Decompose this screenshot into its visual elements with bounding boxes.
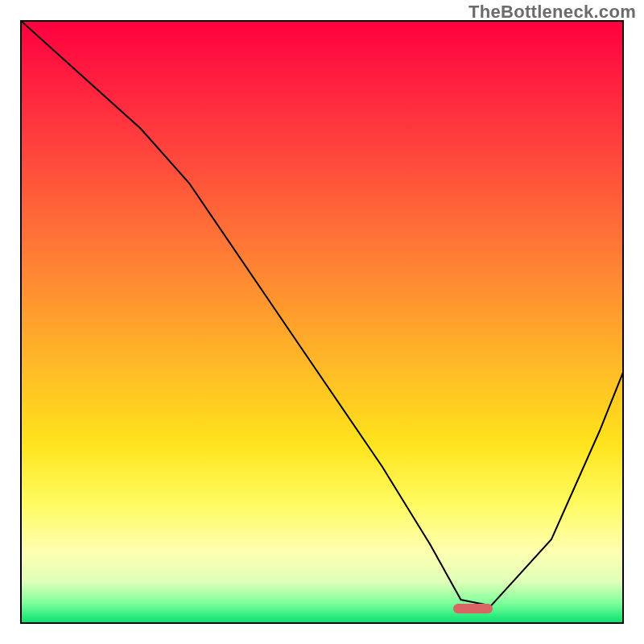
plot-area xyxy=(20,20,624,624)
optimal-marker xyxy=(453,604,493,613)
chart-container: TheBottleneck.com xyxy=(0,0,644,644)
bottleneck-curve xyxy=(20,20,624,624)
